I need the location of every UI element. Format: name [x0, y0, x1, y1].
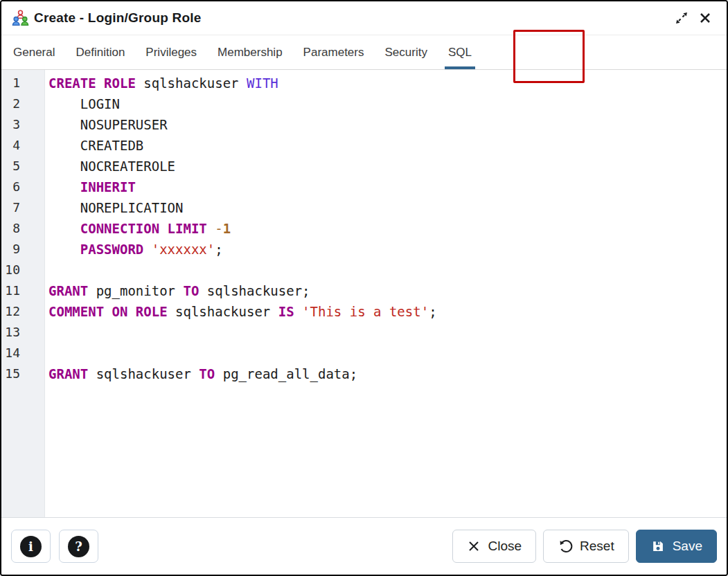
line-number: 5 [1, 156, 44, 177]
dialog-footer: i ? Close Reset [1, 517, 727, 575]
code-line: CREATEDB [48, 135, 727, 156]
line-number: 15 [1, 363, 44, 384]
tab-security[interactable]: Security [374, 35, 437, 69]
question-icon: ? [68, 536, 89, 557]
code-line: GRANT sqlshackuser TO pg_read_all_data; [48, 363, 727, 384]
dialog-tabbar: General Definition Privileges Membership… [1, 35, 727, 70]
code-line [48, 322, 727, 343]
tab-membership[interactable]: Membership [207, 35, 293, 69]
save-button[interactable]: Save [636, 530, 717, 563]
dialog-titlebar: Create - Login/Group Role [1, 1, 727, 35]
dialog-help-button[interactable]: ? [59, 530, 98, 563]
create-login-group-role-dialog: Create - Login/Group Role General Defini… [0, 0, 728, 576]
login-group-role-icon [11, 9, 30, 28]
close-x-icon [467, 539, 481, 553]
line-number: 9 [1, 239, 44, 260]
code-line: COMMENT ON ROLE sqlshackuser IS 'This is… [48, 301, 727, 322]
line-number: 1 [1, 73, 44, 93]
sql-editor-gutter: 123456789101112131415 [1, 70, 45, 517]
code-line: NOSUPERUSER [48, 114, 727, 135]
line-number: 12 [1, 301, 44, 322]
line-number: 14 [1, 343, 44, 363]
close-action-button[interactable]: Close [452, 530, 536, 563]
code-line: NOREPLICATION [48, 197, 727, 218]
code-line [48, 343, 727, 363]
line-number: 3 [1, 114, 44, 135]
maximize-button[interactable] [670, 6, 693, 30]
sql-editor[interactable]: 123456789101112131415 CREATE ROLE sqlsha… [1, 70, 727, 517]
tab-general[interactable]: General [3, 35, 65, 69]
close-icon [697, 10, 713, 26]
code-line: LOGIN [48, 93, 727, 114]
reset-button[interactable]: Reset [543, 530, 629, 563]
line-number: 13 [1, 322, 44, 343]
line-number: 10 [1, 260, 44, 280]
save-icon [650, 539, 666, 554]
code-line: INHERIT [48, 177, 727, 197]
line-number: 2 [1, 93, 44, 114]
tab-privileges[interactable]: Privileges [135, 35, 207, 69]
reset-icon [558, 539, 573, 554]
line-number: 6 [1, 177, 44, 197]
line-number: 7 [1, 197, 44, 218]
reset-button-label: Reset [580, 539, 614, 554]
code-line: GRANT pg_monitor TO sqlshackuser; [48, 280, 727, 301]
code-line [48, 260, 727, 280]
code-line: PASSWORD 'xxxxxx'; [48, 239, 727, 260]
tab-definition[interactable]: Definition [65, 35, 135, 69]
maximize-icon [673, 10, 690, 26]
line-number: 4 [1, 135, 44, 156]
sql-editor-lines[interactable]: CREATE ROLE sqlshackuser WITH LOGIN NOSU… [45, 70, 727, 517]
close-button-label: Close [488, 539, 522, 554]
close-button[interactable] [693, 6, 717, 30]
tab-sql[interactable]: SQL [438, 35, 482, 69]
code-line: CREATE ROLE sqlshackuser WITH [48, 73, 727, 93]
tab-parameters[interactable]: Parameters [293, 35, 375, 69]
sql-help-button[interactable]: i [11, 530, 51, 563]
line-number: 11 [1, 280, 44, 301]
line-number: 8 [1, 218, 44, 239]
code-line: CONNECTION LIMIT -1 [48, 218, 727, 239]
info-icon: i [20, 536, 42, 557]
code-line: NOCREATEROLE [48, 156, 727, 177]
save-button-label: Save [673, 539, 702, 554]
dialog-title: Create - Login/Group Role [34, 10, 201, 26]
